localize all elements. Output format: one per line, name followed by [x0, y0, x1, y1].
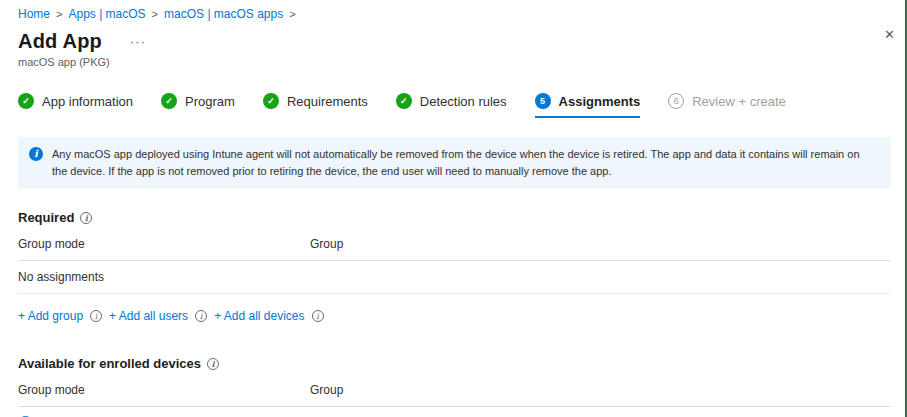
tab-label: Detection rules — [420, 94, 507, 109]
step-number-badge: 5 — [535, 93, 551, 109]
tab-detection-rules[interactable]: ✓ Detection rules — [396, 93, 507, 118]
tab-requirements[interactable]: ✓ Requirements — [263, 93, 368, 118]
breadcrumb-macos-apps[interactable]: macOS | macOS apps — [164, 7, 283, 21]
info-icon: i — [29, 147, 43, 161]
column-header-group: Group — [310, 237, 891, 251]
available-assignments-table: Group mode Group Included grp_Intune_Pow… — [18, 371, 891, 417]
column-header-group-mode: Group mode — [18, 237, 310, 251]
tab-label: App information — [42, 94, 133, 109]
breadcrumb-separator: > — [289, 8, 295, 20]
breadcrumb-separator: > — [56, 8, 62, 20]
tab-label: Program — [185, 94, 235, 109]
info-banner-text: Any macOS app deployed using Intune agen… — [52, 146, 865, 180]
title-more-options-icon[interactable]: ··· — [130, 37, 146, 47]
wizard-steps: ✓ App information ✓ Program ✓ Requiremen… — [18, 93, 891, 118]
required-section-title: Required — [18, 210, 74, 225]
step-number-badge: 6 — [668, 93, 684, 109]
table-row: Included grp_Intune_PowerShell ··· — [18, 407, 891, 417]
add-all-devices-link[interactable]: + Add all devices — [214, 309, 304, 323]
empty-assignments-text: No assignments — [18, 270, 310, 284]
info-banner: i Any macOS app deployed using Intune ag… — [18, 137, 891, 189]
page-title: Add App — [18, 30, 102, 53]
step-complete-icon: ✓ — [263, 93, 279, 109]
tab-app-information[interactable]: ✓ App information — [18, 93, 133, 118]
tab-label: Review + create — [692, 94, 786, 109]
add-all-users-info-icon[interactable] — [195, 310, 207, 322]
required-info-icon[interactable] — [80, 212, 92, 224]
tab-program[interactable]: ✓ Program — [161, 93, 235, 118]
required-assignments-table: Group mode Group No assignments — [18, 225, 891, 294]
page-subtitle: macOS app (PKG) — [18, 56, 891, 68]
step-complete-icon: ✓ — [161, 93, 177, 109]
add-group-link[interactable]: + Add group — [18, 309, 83, 323]
add-all-devices-info-icon[interactable] — [312, 310, 324, 322]
add-app-panel: Home > Apps | macOS > macOS | macOS apps… — [0, 0, 907, 417]
add-all-users-link[interactable]: + Add all users — [109, 309, 188, 323]
close-icon[interactable]: ✕ — [884, 27, 895, 42]
tab-review-create: 6 Review + create — [668, 93, 786, 118]
available-section-title: Available for enrolled devices — [18, 356, 201, 371]
column-header-group-mode: Group mode — [18, 383, 310, 397]
step-complete-icon: ✓ — [18, 93, 34, 109]
tab-assignments[interactable]: 5 Assignments — [535, 93, 641, 118]
breadcrumb-separator: > — [152, 8, 158, 20]
breadcrumb-home[interactable]: Home — [18, 7, 50, 21]
add-group-info-icon[interactable] — [90, 310, 102, 322]
tab-label: Assignments — [559, 94, 641, 109]
required-links: + Add group + Add all users + Add all de… — [18, 309, 891, 323]
step-complete-icon: ✓ — [396, 93, 412, 109]
available-info-icon[interactable] — [207, 358, 219, 370]
tab-label: Requirements — [287, 94, 368, 109]
breadcrumb-apps-macos[interactable]: Apps | macOS — [68, 7, 145, 21]
breadcrumb: Home > Apps | macOS > macOS | macOS apps… — [18, 7, 891, 21]
column-header-group: Group — [310, 383, 847, 397]
